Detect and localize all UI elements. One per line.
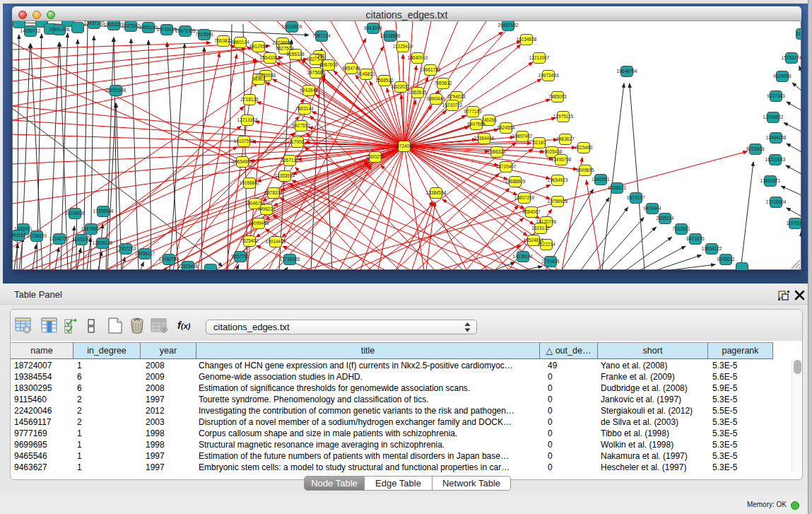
svg-text:9657791: 9657791 [231,254,249,259]
svg-text:26053346: 26053346 [106,88,126,93]
svg-text:8471676: 8471676 [686,236,705,241]
svg-text:20206536: 20206536 [65,211,86,216]
svg-text:18724007: 18724007 [394,144,415,148]
svg-text:20691406: 20691406 [49,27,70,32]
svg-text:8813014: 8813014 [364,25,382,30]
svg-text:11156829: 11156829 [27,233,47,238]
svg-text:9463627: 9463627 [556,136,575,141]
svg-text:1733426: 1733426 [541,259,560,264]
svg-text:9327504: 9327504 [307,57,325,62]
svg-text:12213967: 12213967 [529,55,550,60]
svg-text:6466160: 6466160 [139,25,158,30]
svg-text:12975115: 12975115 [553,114,574,119]
svg-text:9474444: 9474444 [643,206,661,211]
svg-text:19166842: 19166842 [240,180,260,185]
svg-text:16782759: 16782759 [159,257,180,262]
svg-text:9084067: 9084067 [522,209,541,214]
svg-text:10654122: 10654122 [702,246,722,251]
svg-text:16154838: 16154838 [517,37,537,42]
svg-text:10958117: 10958117 [135,251,155,256]
svg-text:7955812: 7955812 [434,81,452,86]
svg-text:16543362: 16543362 [260,55,281,60]
svg-text:1362615: 1362615 [408,90,427,95]
svg-text:11353594: 11353594 [275,173,295,178]
svg-text:1145194: 1145194 [73,237,90,242]
svg-text:10025438: 10025438 [542,149,563,154]
svg-text:3875685: 3875685 [307,70,325,75]
svg-text:2935114: 2935114 [657,216,674,221]
svg-text:13384554: 13384554 [426,190,447,195]
svg-text:1635061: 1635061 [14,226,33,231]
svg-text:1167534: 1167534 [787,221,801,226]
svg-text:18807269: 18807269 [514,195,535,200]
svg-text:16648784: 16648784 [617,69,637,74]
svg-text:8938923: 8938923 [608,185,626,190]
svg-text:10961758: 10961758 [420,67,441,72]
svg-text:16210643: 16210643 [765,157,786,162]
svg-text:6497568: 6497568 [467,122,486,127]
svg-text:17957253: 17957253 [116,246,136,251]
svg-text:2718126: 2718126 [240,97,259,102]
svg-text:23364436: 23364436 [474,136,495,141]
svg-text:12342737: 12342737 [49,236,70,241]
svg-text:9227343: 9227343 [767,93,785,98]
svg-text:7625402: 7625402 [240,238,259,243]
svg-text:2522214: 2522214 [537,242,555,247]
svg-text:16033809: 16033809 [282,24,302,29]
svg-text:8186328: 8186328 [286,52,305,57]
svg-text:11123: 11123 [796,31,801,36]
svg-text:8322037: 8322037 [392,84,410,89]
svg-text:16210722: 16210722 [442,103,463,107]
svg-text:14099489: 14099489 [249,221,269,226]
svg-text:98961: 98961 [252,76,265,81]
svg-text:17006: 17006 [291,139,304,144]
svg-text:393154: 393154 [12,233,26,238]
svg-text:9245612: 9245612 [717,257,735,262]
svg-text:13495798: 13495798 [551,157,572,162]
svg-text:9860124: 9860124 [231,40,249,45]
svg-text:23226058: 23226058 [273,40,293,45]
svg-text:8215958: 8215958 [746,146,765,151]
svg-text:13692971: 13692971 [760,178,781,183]
svg-text:12444158: 12444158 [766,135,787,140]
svg-text:7803144: 7803144 [295,106,314,111]
svg-text:8427552: 8427552 [292,123,310,128]
svg-text:14055712: 14055712 [20,28,41,33]
svg-text:1588520: 1588520 [375,78,394,83]
svg-text:1640951: 1640951 [592,177,610,182]
svg-text:3824554: 3824554 [497,125,515,130]
svg-text:16120746: 16120746 [536,219,557,224]
svg-text:19654923: 19654923 [548,177,568,182]
svg-text:7986322: 7986322 [488,149,506,154]
svg-text:13716485: 13716485 [280,257,300,262]
svg-text:8990448: 8990448 [427,96,445,101]
svg-text:8878334: 8878334 [264,190,283,195]
svg-text:11325419: 11325419 [393,44,413,49]
svg-text:10107553: 10107553 [234,139,254,144]
svg-text:15751074: 15751074 [782,55,801,60]
svg-text:19654985: 19654985 [233,159,253,164]
svg-text:7485063: 7485063 [548,94,567,99]
svg-text:10046786: 10046786 [245,201,266,206]
svg-text:17016504: 17016504 [766,199,787,204]
svg-text:10719155: 10719155 [157,27,177,32]
svg-text:10688609: 10688609 [505,179,526,184]
svg-text:10937192: 10937192 [84,21,105,25]
svg-text:10975857: 10975857 [81,226,102,231]
svg-text:7663822: 7663822 [214,38,233,43]
svg-text:9827503: 9827503 [276,46,294,51]
svg-text:19218506: 19218506 [380,33,401,38]
svg-text:6794028: 6794028 [447,94,466,99]
svg-text:9498222: 9498222 [257,206,276,211]
svg-text:8912954: 8912954 [249,44,268,49]
svg-text:9777169: 9777169 [464,109,482,114]
svg-text:2300255: 2300255 [366,154,384,159]
svg-text:15720407: 15720407 [496,164,517,169]
svg-text:9146821: 9146821 [357,71,375,76]
svg-text:16671355: 16671355 [175,28,196,33]
svg-text:6879197: 6879197 [627,195,645,200]
svg-text:1615132: 1615132 [531,226,550,230]
svg-text:26487682: 26487682 [498,23,519,28]
svg-text:10756928: 10756928 [548,199,568,204]
svg-text:12323446: 12323446 [178,264,199,269]
